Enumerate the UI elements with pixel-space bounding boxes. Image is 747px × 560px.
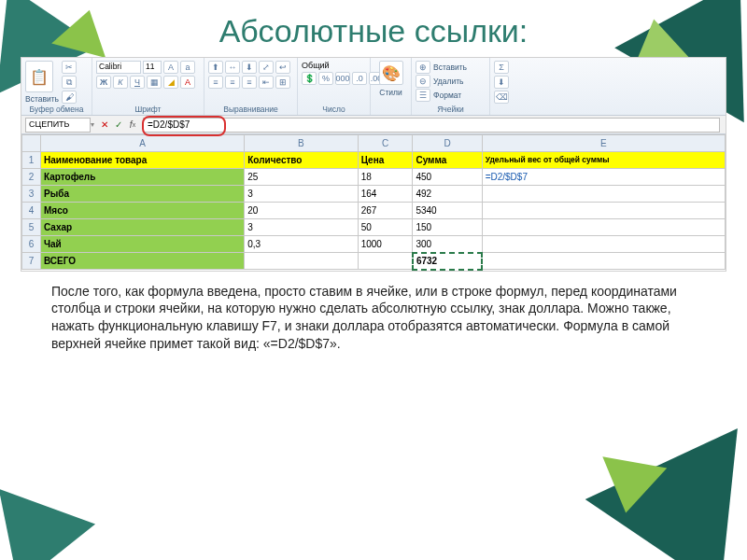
- row-header[interactable]: 4: [22, 203, 41, 219]
- align-left-icon[interactable]: ≡: [208, 76, 223, 89]
- cell[interactable]: 1000: [358, 236, 413, 253]
- font-size-select[interactable]: 11: [143, 61, 162, 74]
- increase-decimal-icon[interactable]: .0: [352, 72, 367, 85]
- cell[interactable]: 50: [358, 219, 413, 236]
- font-name-select[interactable]: Calibri: [96, 61, 141, 74]
- italic-icon[interactable]: К: [113, 76, 128, 89]
- cell[interactable]: 492: [413, 186, 482, 203]
- border-icon[interactable]: ▦: [147, 76, 162, 89]
- cut-icon[interactable]: ✂: [62, 61, 77, 74]
- cell[interactable]: Удельный вес от общей суммы: [482, 152, 725, 169]
- delete-cells-icon[interactable]: ⊖: [416, 75, 430, 88]
- select-all-corner[interactable]: [22, 135, 41, 152]
- cell[interactable]: [482, 219, 725, 236]
- col-header[interactable]: B: [245, 135, 358, 152]
- orientation-icon[interactable]: ⤢: [259, 61, 274, 74]
- paste-button[interactable]: Вставить: [25, 94, 59, 104]
- col-header[interactable]: C: [358, 135, 413, 152]
- formula-bar: СЦЕПИТЬ ▾ ✕ ✓ fx =D2/$D$7: [21, 116, 726, 134]
- fx-icon[interactable]: fx: [126, 119, 139, 132]
- cells-group-label: Ячейки: [416, 104, 486, 114]
- row-header[interactable]: 1: [22, 152, 41, 169]
- insert-button[interactable]: Вставить: [433, 63, 467, 72]
- cell[interactable]: Картофель: [41, 169, 245, 186]
- styles-group-label: [374, 113, 407, 114]
- cell[interactable]: 164: [358, 186, 413, 203]
- spreadsheet-grid[interactable]: A B C D E 1 Наименование товара Количест…: [21, 134, 726, 271]
- cell[interactable]: Наименование товара: [41, 152, 245, 169]
- cell[interactable]: [245, 253, 358, 270]
- cell[interactable]: Сахар: [41, 219, 245, 236]
- number-format-select[interactable]: Общий: [302, 61, 363, 70]
- cell[interactable]: [482, 186, 725, 203]
- cell[interactable]: 3: [245, 219, 358, 236]
- row-header[interactable]: 2: [22, 169, 41, 186]
- cell[interactable]: Количество: [245, 152, 358, 169]
- row-header[interactable]: 6: [22, 236, 41, 253]
- fill-icon[interactable]: ⬇: [494, 76, 509, 89]
- accept-formula-icon[interactable]: ✓: [112, 119, 125, 132]
- formula-input[interactable]: =D2/$D$7: [143, 118, 720, 133]
- align-bottom-icon[interactable]: ⬇: [242, 61, 257, 74]
- align-top-icon[interactable]: ⬆: [208, 61, 223, 74]
- cell[interactable]: Цена: [358, 152, 413, 169]
- explanation-text: После того, как формула введена, просто …: [51, 283, 691, 354]
- underline-icon[interactable]: Ч: [130, 76, 145, 89]
- decrease-font-icon[interactable]: a: [180, 61, 195, 74]
- cell[interactable]: [482, 253, 725, 270]
- format-button[interactable]: Формат: [433, 91, 461, 100]
- styles-icon[interactable]: 🎨: [379, 61, 403, 85]
- row-header[interactable]: 7: [22, 253, 41, 270]
- cell[interactable]: 450: [413, 169, 482, 186]
- cell[interactable]: Рыба: [41, 186, 245, 203]
- cell[interactable]: [482, 203, 725, 219]
- cell[interactable]: 3: [245, 186, 358, 203]
- cell[interactable]: 0,3: [245, 236, 358, 253]
- col-header[interactable]: A: [41, 135, 245, 152]
- cell[interactable]: Сумма: [413, 152, 482, 169]
- copy-icon[interactable]: ⧉: [62, 76, 77, 89]
- wrap-text-icon[interactable]: ↩: [275, 61, 290, 74]
- col-header[interactable]: E: [482, 135, 725, 152]
- cell[interactable]: 6732: [413, 253, 482, 270]
- bold-icon[interactable]: Ж: [96, 76, 111, 89]
- align-right-icon[interactable]: ≡: [242, 76, 257, 89]
- cell[interactable]: 18: [358, 169, 413, 186]
- name-box[interactable]: СЦЕПИТЬ: [25, 118, 91, 133]
- cell[interactable]: 150: [413, 219, 482, 236]
- row-header[interactable]: 5: [22, 219, 41, 236]
- autosum-icon[interactable]: Σ: [494, 61, 509, 74]
- cell[interactable]: Чай: [41, 236, 245, 253]
- cell[interactable]: 300: [413, 236, 482, 253]
- styles-button[interactable]: Стили: [379, 88, 402, 97]
- cancel-formula-icon[interactable]: ✕: [98, 119, 111, 132]
- comma-icon[interactable]: 000: [335, 72, 350, 85]
- delete-button[interactable]: Удалить: [433, 77, 463, 86]
- font-color-icon[interactable]: A: [180, 76, 195, 89]
- paste-icon[interactable]: 📋: [25, 61, 53, 92]
- align-center-icon[interactable]: ≡: [225, 76, 240, 89]
- align-middle-icon[interactable]: ↔: [225, 61, 240, 74]
- currency-icon[interactable]: 💲: [302, 72, 317, 85]
- format-painter-icon[interactable]: 🖌: [62, 91, 77, 104]
- cell[interactable]: [482, 236, 725, 253]
- format-cells-icon[interactable]: ☰: [416, 89, 430, 102]
- cell[interactable]: 267: [358, 203, 413, 219]
- active-cell[interactable]: =D2/$D$7: [482, 169, 725, 186]
- cell[interactable]: 25: [245, 169, 358, 186]
- cell[interactable]: Мясо: [41, 203, 245, 219]
- cell[interactable]: 5340: [413, 203, 482, 219]
- col-header[interactable]: D: [413, 135, 482, 152]
- fill-color-icon[interactable]: ◢: [163, 76, 178, 89]
- decrease-indent-icon[interactable]: ⇤: [259, 76, 274, 89]
- align-group-label: Выравнивание: [208, 104, 293, 114]
- percent-icon[interactable]: %: [318, 72, 333, 85]
- clear-icon[interactable]: ⌫: [494, 91, 509, 104]
- cell[interactable]: [358, 253, 413, 270]
- insert-cells-icon[interactable]: ⊕: [416, 61, 430, 74]
- increase-font-icon[interactable]: A: [163, 61, 178, 74]
- cell[interactable]: 20: [245, 203, 358, 219]
- cell[interactable]: ВСЕГО: [41, 253, 245, 270]
- merge-icon[interactable]: ⊞: [275, 76, 290, 89]
- row-header[interactable]: 3: [22, 186, 41, 203]
